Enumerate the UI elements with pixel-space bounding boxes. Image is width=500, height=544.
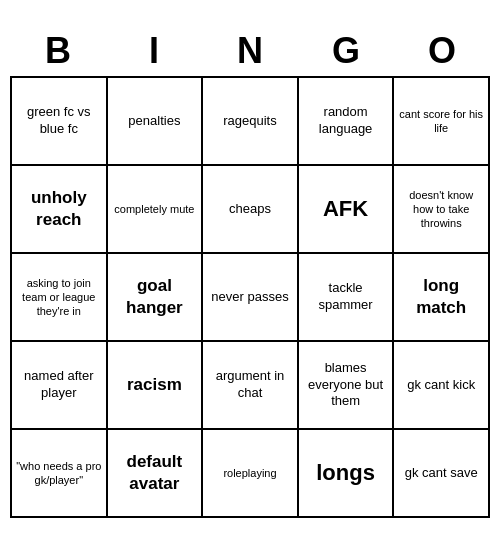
bingo-cell-6: completely mute: [108, 166, 204, 254]
bingo-cell-24: gk cant save: [394, 430, 490, 518]
bingo-cell-8: AFK: [299, 166, 395, 254]
bingo-cell-19: gk cant kick: [394, 342, 490, 430]
bingo-cell-21: default avatar: [108, 430, 204, 518]
bingo-cell-4: cant score for his life: [394, 78, 490, 166]
bingo-cell-7: cheaps: [203, 166, 299, 254]
bingo-cell-11: goal hanger: [108, 254, 204, 342]
bingo-cell-22: roleplaying: [203, 430, 299, 518]
bingo-cell-13: tackle spammer: [299, 254, 395, 342]
bingo-cell-18: blames everyone but them: [299, 342, 395, 430]
bingo-letter-I: I: [110, 30, 198, 72]
bingo-cell-2: ragequits: [203, 78, 299, 166]
bingo-cell-15: named after player: [12, 342, 108, 430]
bingo-cell-1: penalties: [108, 78, 204, 166]
bingo-cell-14: long match: [394, 254, 490, 342]
bingo-letter-G: G: [302, 30, 390, 72]
bingo-cell-10: asking to join team or league they're in: [12, 254, 108, 342]
bingo-title: BINGO: [10, 26, 490, 76]
bingo-cell-9: doesn't know how to take throwins: [394, 166, 490, 254]
bingo-letter-B: B: [14, 30, 102, 72]
bingo-cell-12: never passes: [203, 254, 299, 342]
bingo-cell-20: "who needs a pro gk/player": [12, 430, 108, 518]
bingo-cell-23: longs: [299, 430, 395, 518]
bingo-grid: green fc vs blue fcpenaltiesragequitsran…: [10, 76, 490, 518]
bingo-cell-3: random language: [299, 78, 395, 166]
bingo-cell-0: green fc vs blue fc: [12, 78, 108, 166]
bingo-letter-O: O: [398, 30, 486, 72]
bingo-cell-16: racism: [108, 342, 204, 430]
bingo-letter-N: N: [206, 30, 294, 72]
bingo-cell-5: unholy reach: [12, 166, 108, 254]
bingo-card: BINGO green fc vs blue fcpenaltiesragequ…: [10, 26, 490, 518]
bingo-cell-17: argument in chat: [203, 342, 299, 430]
